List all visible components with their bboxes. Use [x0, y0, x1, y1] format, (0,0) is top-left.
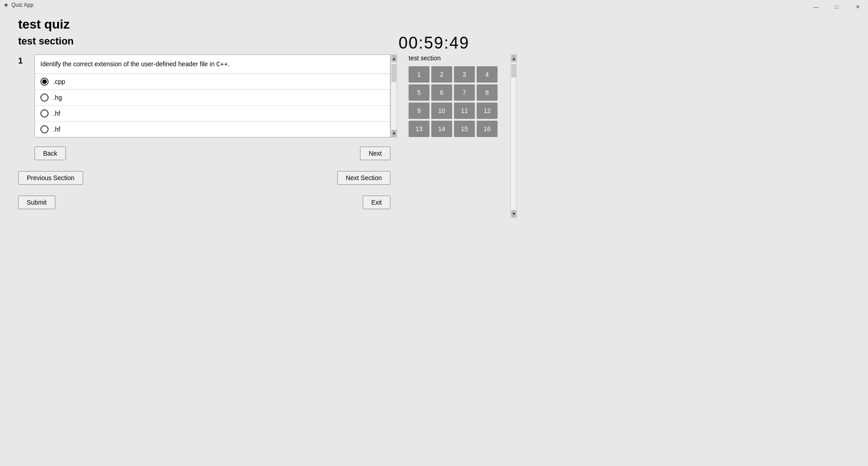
question-num-2[interactable]: 2 [431, 66, 452, 83]
question-num-10[interactable]: 10 [431, 103, 452, 119]
minimize-button[interactable]: — [805, 0, 826, 14]
question-num-5[interactable]: 5 [409, 84, 429, 101]
question-num-11[interactable]: 11 [454, 103, 475, 119]
question-text: Identify the correct extension of the us… [35, 55, 390, 74]
app-icon: ★ [4, 2, 9, 8]
question-num-1[interactable]: 1 [409, 66, 429, 83]
section-nav: Previous Section Next Section [18, 171, 390, 185]
question-num-4[interactable]: 4 [477, 66, 498, 83]
option-1-label: .cpp [53, 78, 65, 85]
sidebar: test section 12345678910111213141516 [409, 54, 508, 218]
exit-button[interactable]: Exit [363, 196, 390, 209]
option-4-label: .hf [53, 126, 60, 133]
question-num-9[interactable]: 9 [409, 103, 429, 119]
maximize-button[interactable]: □ [826, 0, 847, 14]
radio-1[interactable] [40, 78, 49, 86]
question-area: 1 Identify the correct extension of the … [18, 54, 390, 218]
question-num-8[interactable]: 8 [477, 84, 498, 101]
question-num-3[interactable]: 3 [454, 66, 475, 83]
quiz-layout: 1 Identify the correct extension of the … [18, 54, 850, 218]
question-container: 1 Identify the correct extension of the … [18, 54, 390, 137]
option-3[interactable]: .hf [35, 106, 390, 122]
sidebar-section-label: test section [409, 54, 508, 62]
previous-section-button[interactable]: Previous Section [18, 171, 83, 185]
option-4[interactable]: .hf [35, 122, 390, 137]
sidebar-scrollbar[interactable]: ▲ ▼ [510, 54, 517, 218]
next-section-button[interactable]: Next Section [337, 171, 390, 185]
question-num-6[interactable]: 6 [431, 84, 452, 101]
question-number: 1 [18, 56, 27, 66]
app-title: Quiz App [11, 2, 34, 8]
sidebar-scrollbar-thumb [511, 64, 517, 78]
quiz-title: test quiz [18, 17, 850, 32]
radio-3[interactable] [40, 109, 49, 118]
bottom-nav: Submit Exit [18, 196, 390, 209]
back-button[interactable]: Back [35, 147, 66, 160]
option-2[interactable]: .hg [35, 90, 390, 106]
next-button[interactable]: Next [360, 147, 390, 160]
sidebar-wrapper: test section 12345678910111213141516 ▲ ▼ [409, 54, 517, 218]
question-num-16[interactable]: 16 [477, 121, 498, 137]
title-bar: ★ Quiz App — □ ✕ [0, 0, 868, 10]
question-num-14[interactable]: 14 [431, 121, 452, 137]
question-box: Identify the correct extension of the us… [35, 54, 390, 137]
question-num-13[interactable]: 13 [409, 121, 429, 137]
question-num-12[interactable]: 12 [477, 103, 498, 119]
scrollbar-thumb [391, 64, 397, 82]
timer: 00:59:49 [399, 34, 469, 53]
option-2-label: .hg [53, 94, 62, 101]
submit-button[interactable]: Submit [18, 196, 55, 209]
option-1[interactable]: .cpp [35, 74, 390, 90]
radio-2[interactable] [40, 93, 49, 102]
radio-4[interactable] [40, 125, 49, 133]
question-num-7[interactable]: 7 [454, 84, 475, 101]
question-scrollbar[interactable]: ▲ ▼ [390, 54, 397, 137]
question-number-grid: 12345678910111213141516 [409, 66, 508, 137]
close-button[interactable]: ✕ [847, 0, 868, 14]
option-3-label: .hf [53, 110, 60, 117]
main-content: test quiz 00:59:49 test section 1 Identi… [0, 10, 868, 225]
nav-buttons: Back Next [18, 147, 390, 160]
window-controls: — □ ✕ [805, 0, 868, 14]
question-num-15[interactable]: 15 [454, 121, 475, 137]
